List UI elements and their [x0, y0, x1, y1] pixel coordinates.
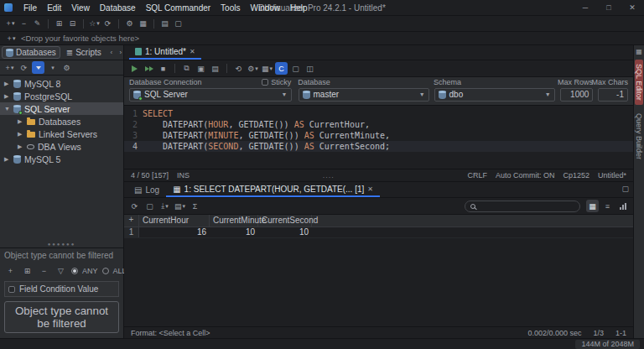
tree-item-sql-server[interactable]: ▼ SQL Server [0, 102, 123, 115]
text-view-icon[interactable]: ≡ [601, 200, 614, 212]
chevron-right-icon[interactable]: ▶ [4, 81, 10, 87]
tab-scripts[interactable]: ≣ Scripts [63, 47, 105, 58]
nav-back-icon[interactable]: ‹ [107, 49, 116, 56]
paste-icon[interactable]: ▣ [195, 62, 207, 75]
strip-grid-icon[interactable]: ▦ [636, 48, 642, 55]
add-favorite-icon[interactable]: +▾ [5, 32, 18, 44]
chevron-down-icon[interactable]: ▼ [4, 106, 10, 112]
menu-sql-commander[interactable]: SQL Commander [141, 3, 216, 13]
sql-editor[interactable]: 1 SELECT 2 DATEPART(HOUR, GETDATE()) AS … [124, 106, 633, 169]
panel-splitter-handle[interactable]: .... [198, 171, 459, 180]
chevron-right-icon[interactable]: ▶ [18, 143, 23, 150]
sql-history-icon[interactable]: ⟲ [232, 62, 245, 75]
menu-help[interactable]: Help [285, 3, 313, 13]
maximize-icon[interactable]: □ [597, 0, 621, 16]
tree-item-databases[interactable]: ▶ Databases [0, 115, 123, 128]
editor-tab-untitled[interactable]: 1: Untitled* ✕ [129, 45, 201, 60]
minimize-icon[interactable]: ─ [574, 0, 597, 16]
chevron-right-icon[interactable]: ▶ [4, 93, 10, 100]
chevron-right-icon[interactable]: ▶ [4, 156, 10, 163]
history-icon[interactable]: ⟳ [101, 18, 114, 30]
filter-dropdown-icon[interactable]: ▾ [46, 61, 59, 74]
column-header-currentminute[interactable]: CurrentMinute [210, 215, 258, 227]
copy-icon[interactable]: ⧉ [180, 62, 193, 75]
tab-sql-editor[interactable]: SQL Editor [635, 60, 643, 105]
filter-funnel-icon[interactable]: ▽ [55, 264, 67, 277]
monitor-icon[interactable]: ▦ [137, 18, 149, 30]
auto-commit-toggle-icon[interactable]: C [275, 62, 288, 75]
filter-disabled-button[interactable]: Object type cannot be filtered [4, 301, 119, 333]
max-rows-input[interactable]: 1000 [560, 88, 594, 102]
chevron-right-icon[interactable]: ▶ [18, 131, 23, 138]
tab-query-builder[interactable]: Query Builder [635, 109, 643, 164]
sidebar-splitter[interactable]: ●●●●●● [0, 241, 123, 247]
filter-add-icon[interactable]: + [4, 264, 17, 277]
detach-icon[interactable]: ◫ [304, 62, 316, 75]
tree-item-postgresql[interactable]: ▶ PostgreSQL [0, 90, 123, 102]
aggregate-icon[interactable]: Σ [189, 200, 201, 212]
search-input[interactable] [479, 202, 574, 211]
connection-select[interactable]: SQL Server ▼ [129, 88, 292, 102]
stop-icon[interactable]: ■ [157, 62, 169, 75]
maximize-panel-icon[interactable]: ▢ [621, 185, 629, 193]
transaction-icon[interactable]: ▢ [289, 62, 302, 75]
column-header-currenthour[interactable]: CurrentHour [139, 215, 210, 227]
sticky-checkbox[interactable] [262, 79, 268, 86]
database-select[interactable]: master ▼ [299, 88, 429, 102]
grid-search[interactable] [465, 201, 580, 212]
max-chars-input[interactable]: -1 [598, 88, 628, 102]
grid-view-icon[interactable]: ▦ [586, 200, 599, 212]
filter-copy-icon[interactable]: ⊞ [21, 264, 34, 277]
new-window-icon[interactable]: ▢ [172, 18, 184, 30]
execute-icon[interactable] [128, 62, 141, 75]
select-all-icon[interactable]: ▢ [143, 200, 156, 212]
chart-view-icon[interactable] [616, 200, 629, 212]
connect-icon[interactable]: ⊞ [53, 18, 65, 30]
column-header-currentsecond[interactable]: CurrentSecond [258, 215, 312, 227]
cell-currentminute[interactable]: 10 [210, 227, 258, 237]
tree-item-mysql5[interactable]: ▶ MySQL 5 [0, 153, 123, 165]
table-row[interactable]: 1 16 10 10 [124, 227, 633, 238]
tree-item-dba-views[interactable]: ▶ DBA Views [0, 140, 123, 153]
chevron-right-icon[interactable]: ▶ [18, 118, 23, 125]
chart-mode-icon[interactable]: ▦▾ [261, 62, 273, 75]
format-sql-icon[interactable]: ▤ [209, 62, 221, 75]
close-tab-icon[interactable]: ✕ [367, 185, 373, 193]
field-condition-row[interactable]: Field Condition Value [4, 281, 119, 297]
cell-currenthour[interactable]: 16 [139, 227, 210, 237]
tab-databases[interactable]: Databases [2, 46, 60, 59]
favorites-icon[interactable]: ☆▾ [88, 18, 101, 30]
execute-current-icon[interactable] [143, 62, 155, 75]
menu-edit[interactable]: Edit [42, 3, 66, 13]
close-icon[interactable]: ✕ [621, 0, 644, 16]
add-connection-icon[interactable]: +▾ [4, 18, 17, 30]
filter-remove-icon[interactable]: − [38, 264, 50, 277]
cell-currentsecond[interactable]: 10 [258, 227, 312, 237]
field-condition-checkbox[interactable] [8, 286, 15, 293]
insert-row-icon[interactable]: + [124, 215, 139, 227]
editor-settings-icon[interactable]: ⚙▾ [247, 62, 259, 75]
menu-window[interactable]: Window [245, 3, 285, 13]
schema-select[interactable]: dbo ▼ [434, 88, 555, 102]
tree-item-linked-servers[interactable]: ▶ Linked Servers [0, 128, 123, 140]
all-radio[interactable] [102, 268, 109, 274]
tree-filter-icon[interactable] [32, 61, 44, 74]
settings-icon[interactable]: ⚙ [123, 18, 136, 30]
autocommit-indicator[interactable]: Auto Commit: ON [496, 171, 555, 180]
tab-log[interactable]: ▤ Log [127, 182, 166, 197]
layout-icon[interactable]: ▤ [158, 18, 171, 30]
menu-database[interactable]: Database [95, 3, 141, 13]
export-icon[interactable]: ⤓▾ [158, 200, 171, 212]
menu-tools[interactable]: Tools [216, 3, 245, 13]
tree-add-icon[interactable]: +▾ [3, 61, 16, 74]
remove-icon[interactable]: − [18, 18, 30, 30]
reload-icon[interactable]: ⟳ [128, 200, 141, 212]
disconnect-icon[interactable]: ⊟ [66, 18, 79, 30]
any-radio[interactable] [71, 268, 78, 274]
tree-item-mysql8[interactable]: ▶ MySQL 8 [0, 77, 123, 90]
memory-indicator[interactable]: 144M of 2048M [575, 340, 640, 349]
describe-icon[interactable]: ▤▾ [174, 200, 186, 212]
tree-refresh-icon[interactable]: ⟳ [18, 61, 30, 74]
tree-settings-icon[interactable]: ⚙ [60, 61, 73, 74]
menu-file[interactable]: File [18, 3, 42, 13]
